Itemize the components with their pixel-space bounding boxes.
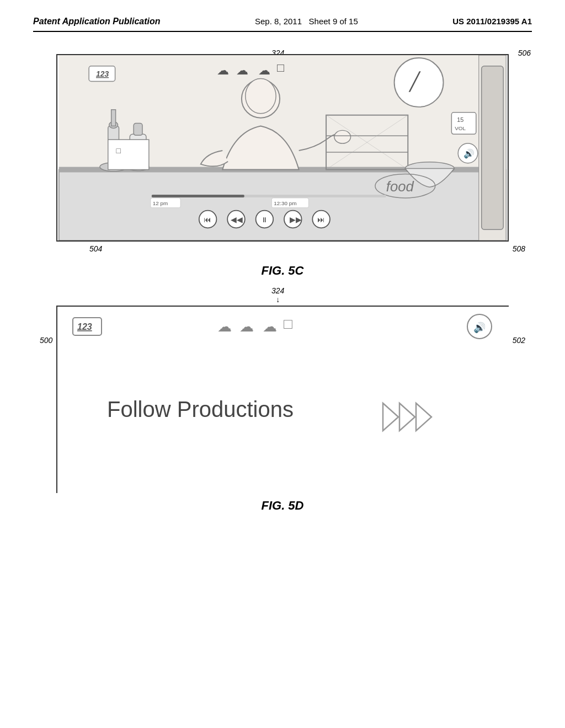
ref-502-label: 502 <box>513 336 525 345</box>
svg-text:☁: ☁ <box>239 318 254 335</box>
page: Patent Application Publication Sep. 8, 2… <box>0 0 565 728</box>
svg-rect-56 <box>482 66 504 229</box>
page-header: Patent Application Publication Sep. 8, 2… <box>33 17 532 32</box>
publication-date: Sep. 8, 2011 <box>255 17 302 26</box>
scene-5c-svg: □ <box>57 55 508 240</box>
svg-text:12 pm: 12 pm <box>153 200 168 206</box>
svg-text:🔊: 🔊 <box>463 148 475 159</box>
ref-508-label: 508 <box>513 244 525 253</box>
publication-title: Patent Application Publication <box>33 17 161 26</box>
sheet-info: Sheet 9 of 15 <box>309 17 358 26</box>
svg-text:⏸: ⏸ <box>261 216 268 224</box>
svg-text:Follow  Productions: Follow Productions <box>107 397 294 421</box>
svg-text:□: □ <box>116 146 121 155</box>
ref-324-5d-label: 324 <box>271 286 284 295</box>
fig5d-label: FIG. 5D <box>33 499 532 513</box>
fig5d-display: ☁ ☁ ☁ □ 123 🔊 Follow Productions <box>56 306 509 493</box>
svg-text:☁: ☁ <box>258 63 270 77</box>
svg-text:◀◀: ◀◀ <box>231 215 243 224</box>
svg-text:VOL: VOL <box>455 125 466 131</box>
svg-text:123: 123 <box>96 69 109 78</box>
svg-text:15: 15 <box>457 116 463 123</box>
svg-text:▶▶: ▶▶ <box>290 215 302 224</box>
ref-500-label: 500 <box>40 336 52 345</box>
svg-point-17 <box>334 130 351 143</box>
svg-text:☁: ☁ <box>217 318 232 335</box>
svg-text:⏭: ⏭ <box>317 215 325 224</box>
svg-text:□: □ <box>277 61 284 74</box>
fig5c-display: □ <box>56 54 509 242</box>
svg-point-16 <box>246 78 276 113</box>
svg-text:□: □ <box>284 315 292 332</box>
svg-text:12:30 pm: 12:30 pm <box>274 200 296 206</box>
fig5d-container: 500 324 ↓ 502 ☁ ☁ ☁ □ 123 <box>33 306 532 493</box>
svg-rect-13 <box>108 140 149 169</box>
svg-text:☁: ☁ <box>217 63 229 77</box>
header-center: Sep. 8, 2011 Sheet 9 of 15 <box>255 17 358 26</box>
fig5d-svg: ☁ ☁ ☁ □ 123 🔊 Follow Productions <box>57 307 510 494</box>
ref-506-label: 506 <box>518 49 531 57</box>
svg-text:╱: ╱ <box>408 71 421 92</box>
svg-rect-6 <box>111 110 116 126</box>
svg-text:123: 123 <box>77 322 92 331</box>
ref-504-label: 504 <box>89 244 102 253</box>
svg-text:food: food <box>386 179 414 194</box>
svg-text:☁: ☁ <box>263 318 277 335</box>
svg-text:☁: ☁ <box>236 63 248 77</box>
fig5c-label: FIG. 5C <box>33 264 532 278</box>
svg-rect-12 <box>134 124 142 136</box>
patent-number: US 2011/0219395 A1 <box>452 17 532 26</box>
svg-text:🔊: 🔊 <box>473 322 486 334</box>
fig5c-container: 324 ↓ 506 <box>33 54 532 258</box>
svg-rect-40 <box>152 195 244 197</box>
svg-text:⏮: ⏮ <box>204 215 211 224</box>
